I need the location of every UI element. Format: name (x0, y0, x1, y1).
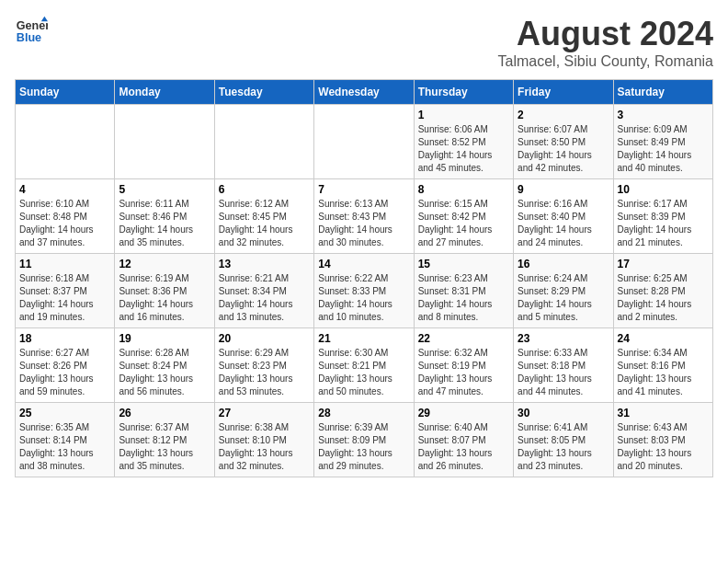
day-info: Sunrise: 6:28 AM Sunset: 8:24 PM Dayligh… (119, 347, 210, 398)
day-info: Sunrise: 6:13 AM Sunset: 8:43 PM Dayligh… (318, 198, 409, 249)
calendar-cell-3-1: 19Sunrise: 6:28 AM Sunset: 8:24 PM Dayli… (115, 328, 214, 403)
calendar-cell-4-6: 31Sunrise: 6:43 AM Sunset: 8:03 PM Dayli… (613, 403, 712, 477)
day-number: 19 (119, 332, 210, 345)
logo-icon: General Blue (15, 15, 48, 48)
day-number: 5 (119, 183, 210, 196)
calendar-cell-0-5: 2Sunrise: 6:07 AM Sunset: 8:50 PM Daylig… (514, 105, 613, 179)
day-number: 8 (418, 183, 509, 196)
day-info: Sunrise: 6:15 AM Sunset: 8:42 PM Dayligh… (418, 198, 509, 249)
calendar-body: 1Sunrise: 6:06 AM Sunset: 8:52 PM Daylig… (16, 105, 713, 477)
weekday-sunday: Sunday (16, 80, 115, 105)
calendar-cell-4-2: 27Sunrise: 6:38 AM Sunset: 8:10 PM Dayli… (214, 403, 313, 477)
subtitle: Talmacel, Sibiu County, Romania (498, 53, 713, 70)
week-row-5: 25Sunrise: 6:35 AM Sunset: 8:14 PM Dayli… (16, 403, 713, 477)
calendar-cell-1-0: 4Sunrise: 6:10 AM Sunset: 8:48 PM Daylig… (16, 179, 115, 254)
calendar-cell-2-3: 14Sunrise: 6:22 AM Sunset: 8:33 PM Dayli… (314, 254, 414, 328)
calendar-cell-4-1: 26Sunrise: 6:37 AM Sunset: 8:12 PM Dayli… (115, 403, 214, 477)
day-number: 16 (518, 258, 609, 270)
day-info: Sunrise: 6:07 AM Sunset: 8:50 PM Dayligh… (518, 123, 609, 175)
calendar-cell-2-2: 13Sunrise: 6:21 AM Sunset: 8:34 PM Dayli… (214, 254, 313, 328)
day-info: Sunrise: 6:27 AM Sunset: 8:26 PM Dayligh… (19, 347, 110, 398)
calendar-cell-3-2: 20Sunrise: 6:29 AM Sunset: 8:23 PM Dayli… (214, 328, 313, 403)
weekday-header-row: SundayMondayTuesdayWednesdayThursdayFrid… (16, 80, 713, 105)
calendar-header: SundayMondayTuesdayWednesdayThursdayFrid… (16, 80, 713, 105)
calendar-cell-2-4: 15Sunrise: 6:23 AM Sunset: 8:31 PM Dayli… (414, 254, 513, 328)
calendar-cell-2-5: 16Sunrise: 6:24 AM Sunset: 8:29 PM Dayli… (514, 254, 613, 328)
weekday-friday: Friday (514, 80, 613, 105)
main-title: August 2024 (498, 15, 713, 53)
day-info: Sunrise: 6:37 AM Sunset: 8:12 PM Dayligh… (119, 421, 210, 473)
day-number: 7 (318, 183, 409, 196)
day-number: 31 (618, 407, 709, 419)
calendar-cell-1-1: 5Sunrise: 6:11 AM Sunset: 8:46 PM Daylig… (115, 179, 214, 254)
calendar-cell-1-3: 7Sunrise: 6:13 AM Sunset: 8:43 PM Daylig… (314, 179, 414, 254)
day-info: Sunrise: 6:35 AM Sunset: 8:14 PM Dayligh… (19, 421, 110, 473)
week-row-4: 18Sunrise: 6:27 AM Sunset: 8:26 PM Dayli… (16, 328, 713, 403)
calendar-cell-0-3 (314, 105, 414, 179)
day-info: Sunrise: 6:30 AM Sunset: 8:21 PM Dayligh… (318, 347, 409, 398)
week-row-3: 11Sunrise: 6:18 AM Sunset: 8:37 PM Dayli… (16, 254, 713, 328)
day-info: Sunrise: 6:39 AM Sunset: 8:09 PM Dayligh… (318, 421, 409, 473)
calendar-cell-4-0: 25Sunrise: 6:35 AM Sunset: 8:14 PM Dayli… (16, 403, 115, 477)
day-info: Sunrise: 6:32 AM Sunset: 8:19 PM Dayligh… (418, 347, 509, 398)
day-number: 14 (318, 258, 409, 270)
day-number: 18 (19, 332, 110, 345)
day-number: 24 (618, 332, 709, 345)
calendar-cell-0-4: 1Sunrise: 6:06 AM Sunset: 8:52 PM Daylig… (414, 105, 513, 179)
day-number: 17 (618, 258, 709, 270)
title-area: August 2024 Talmacel, Sibiu County, Roma… (498, 15, 713, 70)
calendar-cell-3-3: 21Sunrise: 6:30 AM Sunset: 8:21 PM Dayli… (314, 328, 414, 403)
weekday-wednesday: Wednesday (314, 80, 414, 105)
day-info: Sunrise: 6:25 AM Sunset: 8:28 PM Dayligh… (618, 272, 709, 324)
day-number: 2 (518, 109, 609, 121)
day-info: Sunrise: 6:16 AM Sunset: 8:40 PM Dayligh… (518, 198, 609, 249)
day-info: Sunrise: 6:34 AM Sunset: 8:16 PM Dayligh… (618, 347, 709, 398)
calendar-cell-2-1: 12Sunrise: 6:19 AM Sunset: 8:36 PM Dayli… (115, 254, 214, 328)
calendar-cell-2-0: 11Sunrise: 6:18 AM Sunset: 8:37 PM Dayli… (16, 254, 115, 328)
day-number: 21 (318, 332, 409, 345)
calendar-cell-3-5: 23Sunrise: 6:33 AM Sunset: 8:18 PM Dayli… (514, 328, 613, 403)
day-info: Sunrise: 6:06 AM Sunset: 8:52 PM Dayligh… (418, 123, 509, 175)
day-number: 1 (418, 109, 509, 121)
day-info: Sunrise: 6:23 AM Sunset: 8:31 PM Dayligh… (418, 272, 509, 324)
day-number: 12 (119, 258, 210, 270)
day-info: Sunrise: 6:12 AM Sunset: 8:45 PM Dayligh… (219, 198, 310, 249)
day-info: Sunrise: 6:21 AM Sunset: 8:34 PM Dayligh… (219, 272, 310, 324)
calendar-cell-4-5: 30Sunrise: 6:41 AM Sunset: 8:05 PM Dayli… (514, 403, 613, 477)
day-number: 25 (19, 407, 110, 419)
calendar-cell-0-6: 3Sunrise: 6:09 AM Sunset: 8:49 PM Daylig… (613, 105, 712, 179)
weekday-thursday: Thursday (414, 80, 513, 105)
day-number: 20 (219, 332, 310, 345)
day-info: Sunrise: 6:41 AM Sunset: 8:05 PM Dayligh… (518, 421, 609, 473)
calendar-cell-0-1 (115, 105, 214, 179)
day-number: 9 (518, 183, 609, 196)
week-row-2: 4Sunrise: 6:10 AM Sunset: 8:48 PM Daylig… (16, 179, 713, 254)
calendar-table: SundayMondayTuesdayWednesdayThursdayFrid… (15, 79, 713, 477)
day-number: 15 (418, 258, 509, 270)
day-number: 26 (119, 407, 210, 419)
day-number: 29 (418, 407, 509, 419)
day-info: Sunrise: 6:17 AM Sunset: 8:39 PM Dayligh… (618, 198, 709, 249)
day-number: 22 (418, 332, 509, 345)
day-info: Sunrise: 6:10 AM Sunset: 8:48 PM Dayligh… (19, 198, 110, 249)
calendar-cell-3-6: 24Sunrise: 6:34 AM Sunset: 8:16 PM Dayli… (613, 328, 712, 403)
header: General Blue August 2024 Talmacel, Sibiu… (15, 15, 713, 70)
weekday-monday: Monday (115, 80, 214, 105)
day-number: 13 (219, 258, 310, 270)
day-number: 6 (219, 183, 310, 196)
day-info: Sunrise: 6:19 AM Sunset: 8:36 PM Dayligh… (119, 272, 210, 324)
day-info: Sunrise: 6:43 AM Sunset: 8:03 PM Dayligh… (618, 421, 709, 473)
week-row-1: 1Sunrise: 6:06 AM Sunset: 8:52 PM Daylig… (16, 105, 713, 179)
calendar-cell-1-2: 6Sunrise: 6:12 AM Sunset: 8:45 PM Daylig… (214, 179, 313, 254)
day-info: Sunrise: 6:24 AM Sunset: 8:29 PM Dayligh… (518, 272, 609, 324)
calendar-cell-3-4: 22Sunrise: 6:32 AM Sunset: 8:19 PM Dayli… (414, 328, 513, 403)
calendar-cell-1-6: 10Sunrise: 6:17 AM Sunset: 8:39 PM Dayli… (613, 179, 712, 254)
day-number: 28 (318, 407, 409, 419)
calendar-cell-3-0: 18Sunrise: 6:27 AM Sunset: 8:26 PM Dayli… (16, 328, 115, 403)
calendar-cell-0-0 (16, 105, 115, 179)
day-number: 27 (219, 407, 310, 419)
calendar-cell-4-3: 28Sunrise: 6:39 AM Sunset: 8:09 PM Dayli… (314, 403, 414, 477)
day-number: 23 (518, 332, 609, 345)
weekday-tuesday: Tuesday (214, 80, 313, 105)
day-number: 11 (19, 258, 110, 270)
